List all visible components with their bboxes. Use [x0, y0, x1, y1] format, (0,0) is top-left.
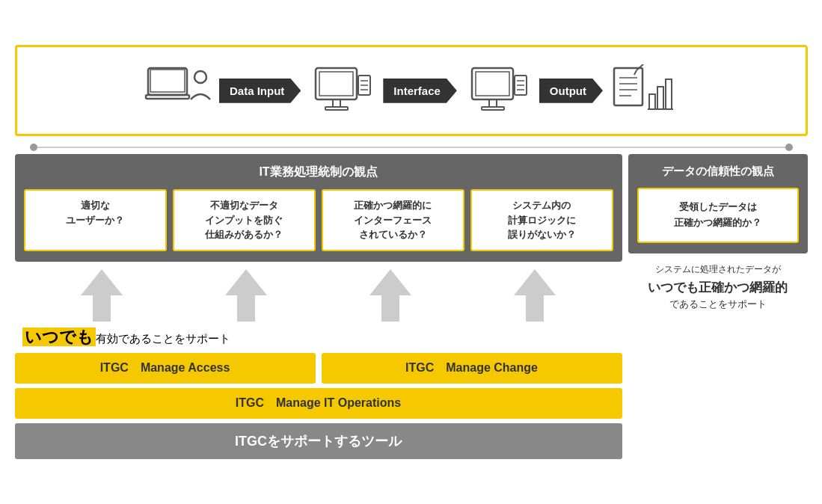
right-bold-text: いつでも正確かつ網羅的: [633, 279, 803, 296]
itgc-tool-bar: ITGCをサポートするツール: [15, 423, 622, 459]
svg-line-26: [634, 70, 637, 75]
itsudemo-highlight: いつでも: [22, 328, 96, 346]
cards-row: 適切なユーザーか？ 不適切なデータインプットを防ぐ仕組みがあるか？ 正確かつ網羅…: [24, 189, 613, 251]
it-control-title: IT業務処理統制の観点: [24, 165, 613, 180]
it-control-box: IT業務処理統制の観点 適切なユーザーか？ 不適切なデータインプットを防ぐ仕組み…: [15, 154, 622, 262]
dot-left: [30, 144, 37, 151]
svg-rect-27: [649, 94, 655, 109]
input-icon: [144, 61, 212, 120]
card-1: 適切なユーザーか？: [24, 189, 167, 251]
svg-rect-12: [472, 68, 513, 99]
up-arrow-2: [225, 269, 267, 322]
card-2: 不適切なデータインプットを防ぐ仕組みがあるか？: [173, 189, 316, 251]
arrow-data-input: Data Input: [219, 79, 301, 103]
svg-rect-14: [489, 99, 497, 107]
right-card: 受領したデータは正確かつ網羅的か？: [637, 188, 799, 243]
up-arrow-4: [514, 269, 556, 322]
right-bottom-text: であることをサポート: [633, 298, 803, 311]
svg-rect-5: [319, 72, 353, 96]
itgc-row-1: ITGC Manage Access ITGC Manage Change: [15, 353, 622, 384]
card-3: 正確かつ網羅的にインターフェースされているか？: [322, 189, 464, 251]
up-arrow-3: [369, 269, 411, 322]
right-top-text: システムに処理されたデータが: [633, 262, 803, 276]
output-icon: [610, 61, 678, 120]
svg-point-3: [194, 71, 206, 83]
svg-rect-6: [333, 99, 340, 107]
svg-rect-0: [148, 68, 187, 95]
support-text-area: いつでも有効であることをサポート: [15, 326, 622, 353]
main-container: Data Input Interface: [15, 45, 808, 459]
svg-rect-28: [657, 87, 663, 109]
svg-rect-29: [666, 79, 672, 109]
arrow-interface: Interface: [383, 79, 457, 103]
svg-marker-33: [369, 269, 411, 322]
data-reliability-box: データの信頼性の観点 受領したデータは正確かつ網羅的か？: [628, 154, 808, 253]
svg-rect-13: [476, 72, 509, 96]
arrow-output: Output: [539, 79, 603, 103]
top-section: Data Input Interface: [15, 45, 808, 136]
svg-marker-31: [81, 269, 123, 322]
svg-rect-7: [325, 107, 348, 110]
data-reliability-title: データの信頼性の観点: [637, 165, 799, 179]
svg-marker-34: [514, 269, 556, 322]
dot-right: [785, 144, 793, 151]
card-4: システム内の計算ロジックに誤りがないか？: [470, 189, 613, 251]
monitor1-icon: [308, 61, 375, 120]
svg-rect-20: [614, 68, 642, 105]
svg-rect-1: [150, 70, 185, 92]
monitor2-icon: [464, 61, 532, 120]
svg-rect-15: [482, 107, 504, 110]
svg-marker-32: [225, 269, 267, 322]
up-arrow-1: [81, 269, 123, 322]
svg-rect-2: [146, 95, 189, 99]
itgc-change-bar: ITGC Manage Change: [322, 353, 622, 384]
right-support-area: システムに処理されたデータが いつでも正確かつ網羅的 であることをサポート: [628, 253, 808, 316]
support-suffix: 有効であることをサポート: [96, 332, 230, 345]
itgc-access-bar: ITGC Manage Access: [15, 353, 316, 384]
itgc-operations-bar: ITGC Manage IT Operations: [15, 388, 622, 419]
svg-rect-4: [316, 68, 357, 99]
